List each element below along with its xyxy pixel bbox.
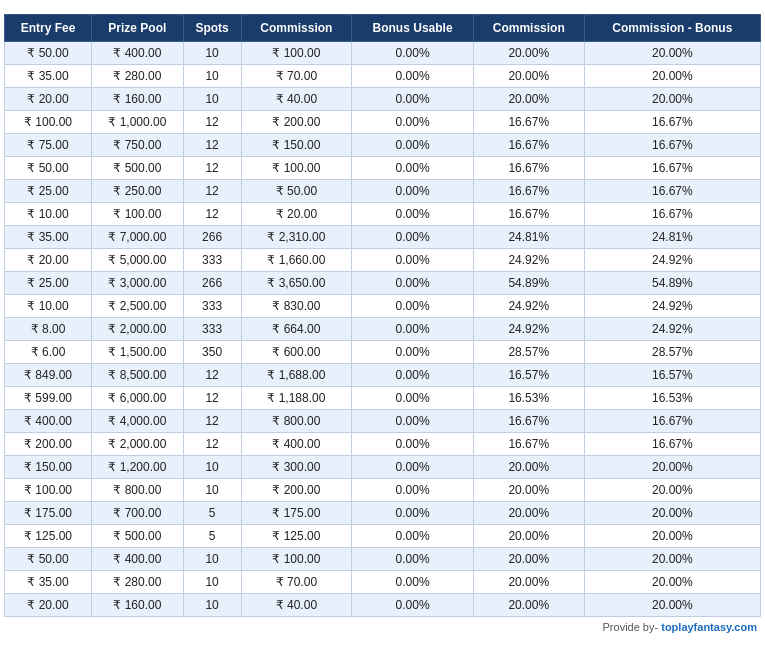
table-cell-13-3: ₹ 600.00 bbox=[241, 341, 352, 364]
table-cell-20-4: 0.00% bbox=[352, 502, 474, 525]
table-cell-10-0: ₹ 25.00 bbox=[5, 272, 92, 295]
table-cell-21-2: 5 bbox=[183, 525, 241, 548]
table-cell-1-2: 10 bbox=[183, 65, 241, 88]
table-cell-0-3: ₹ 100.00 bbox=[241, 42, 352, 65]
table-cell-15-1: ₹ 6,000.00 bbox=[92, 387, 184, 410]
table-cell-9-2: 333 bbox=[183, 249, 241, 272]
table-cell-13-1: ₹ 1,500.00 bbox=[92, 341, 184, 364]
table-cell-3-1: ₹ 1,000.00 bbox=[92, 111, 184, 134]
table-cell-8-3: ₹ 2,310.00 bbox=[241, 226, 352, 249]
table-row: ₹ 10.00₹ 2,500.00333₹ 830.000.00%24.92%2… bbox=[5, 295, 761, 318]
table-cell-17-0: ₹ 200.00 bbox=[5, 433, 92, 456]
table-cell-16-3: ₹ 800.00 bbox=[241, 410, 352, 433]
table-cell-20-2: 5 bbox=[183, 502, 241, 525]
table-cell-6-2: 12 bbox=[183, 180, 241, 203]
table-cell-14-0: ₹ 849.00 bbox=[5, 364, 92, 387]
table-cell-11-4: 0.00% bbox=[352, 295, 474, 318]
table-cell-7-3: ₹ 20.00 bbox=[241, 203, 352, 226]
table-cell-18-6: 20.00% bbox=[584, 456, 760, 479]
table-row: ₹ 849.00₹ 8,500.0012₹ 1,688.000.00%16.57… bbox=[5, 364, 761, 387]
table-cell-21-6: 20.00% bbox=[584, 525, 760, 548]
table-cell-4-4: 0.00% bbox=[352, 134, 474, 157]
table-cell-15-2: 12 bbox=[183, 387, 241, 410]
table-cell-14-3: ₹ 1,688.00 bbox=[241, 364, 352, 387]
table-cell-3-0: ₹ 100.00 bbox=[5, 111, 92, 134]
table-cell-9-5: 24.92% bbox=[473, 249, 584, 272]
table-cell-8-4: 0.00% bbox=[352, 226, 474, 249]
table-cell-0-4: 0.00% bbox=[352, 42, 474, 65]
table-cell-12-1: ₹ 2,000.00 bbox=[92, 318, 184, 341]
table-cell-24-3: ₹ 40.00 bbox=[241, 594, 352, 617]
table-cell-2-1: ₹ 160.00 bbox=[92, 88, 184, 111]
table-cell-14-5: 16.57% bbox=[473, 364, 584, 387]
column-header-6: Commission - Bonus bbox=[584, 15, 760, 42]
table-cell-20-6: 20.00% bbox=[584, 502, 760, 525]
table-cell-9-4: 0.00% bbox=[352, 249, 474, 272]
table-cell-24-4: 0.00% bbox=[352, 594, 474, 617]
table-cell-9-0: ₹ 20.00 bbox=[5, 249, 92, 272]
table-cell-13-0: ₹ 6.00 bbox=[5, 341, 92, 364]
table-cell-21-5: 20.00% bbox=[473, 525, 584, 548]
table-cell-4-0: ₹ 75.00 bbox=[5, 134, 92, 157]
table-cell-3-3: ₹ 200.00 bbox=[241, 111, 352, 134]
table-cell-8-0: ₹ 35.00 bbox=[5, 226, 92, 249]
table-cell-6-5: 16.67% bbox=[473, 180, 584, 203]
table-cell-18-2: 10 bbox=[183, 456, 241, 479]
table-cell-6-1: ₹ 250.00 bbox=[92, 180, 184, 203]
table-cell-22-0: ₹ 50.00 bbox=[5, 548, 92, 571]
table-cell-18-4: 0.00% bbox=[352, 456, 474, 479]
table-cell-7-0: ₹ 10.00 bbox=[5, 203, 92, 226]
table-cell-20-5: 20.00% bbox=[473, 502, 584, 525]
table-cell-4-2: 12 bbox=[183, 134, 241, 157]
table-cell-5-2: 12 bbox=[183, 157, 241, 180]
table-cell-23-4: 0.00% bbox=[352, 571, 474, 594]
table-cell-17-5: 16.67% bbox=[473, 433, 584, 456]
column-header-2: Spots bbox=[183, 15, 241, 42]
table-cell-20-1: ₹ 700.00 bbox=[92, 502, 184, 525]
table-cell-0-0: ₹ 50.00 bbox=[5, 42, 92, 65]
table-cell-6-4: 0.00% bbox=[352, 180, 474, 203]
table-cell-5-6: 16.67% bbox=[584, 157, 760, 180]
table-cell-4-1: ₹ 750.00 bbox=[92, 134, 184, 157]
table-cell-19-1: ₹ 800.00 bbox=[92, 479, 184, 502]
column-header-3: Commission bbox=[241, 15, 352, 42]
table-row: ₹ 25.00₹ 3,000.00266₹ 3,650.000.00%54.89… bbox=[5, 272, 761, 295]
table-cell-1-0: ₹ 35.00 bbox=[5, 65, 92, 88]
table-cell-16-6: 16.67% bbox=[584, 410, 760, 433]
table-cell-23-5: 20.00% bbox=[473, 571, 584, 594]
table-cell-13-4: 0.00% bbox=[352, 341, 474, 364]
table-cell-7-1: ₹ 100.00 bbox=[92, 203, 184, 226]
table-cell-24-6: 20.00% bbox=[584, 594, 760, 617]
table-cell-14-6: 16.57% bbox=[584, 364, 760, 387]
table-row: ₹ 20.00₹ 160.0010₹ 40.000.00%20.00%20.00… bbox=[5, 88, 761, 111]
table-cell-10-4: 0.00% bbox=[352, 272, 474, 295]
table-cell-17-2: 12 bbox=[183, 433, 241, 456]
table-cell-12-6: 24.92% bbox=[584, 318, 760, 341]
table-cell-8-6: 24.81% bbox=[584, 226, 760, 249]
table-cell-24-0: ₹ 20.00 bbox=[5, 594, 92, 617]
table-cell-8-1: ₹ 7,000.00 bbox=[92, 226, 184, 249]
table-cell-3-2: 12 bbox=[183, 111, 241, 134]
table-cell-13-2: 350 bbox=[183, 341, 241, 364]
table-row: ₹ 100.00₹ 800.0010₹ 200.000.00%20.00%20.… bbox=[5, 479, 761, 502]
table-cell-6-6: 16.67% bbox=[584, 180, 760, 203]
table-cell-6-3: ₹ 50.00 bbox=[241, 180, 352, 203]
table-cell-1-5: 20.00% bbox=[473, 65, 584, 88]
table-cell-0-5: 20.00% bbox=[473, 42, 584, 65]
table-cell-1-4: 0.00% bbox=[352, 65, 474, 88]
table-cell-10-3: ₹ 3,650.00 bbox=[241, 272, 352, 295]
table-cell-6-0: ₹ 25.00 bbox=[5, 180, 92, 203]
table-row: ₹ 8.00₹ 2,000.00333₹ 664.000.00%24.92%24… bbox=[5, 318, 761, 341]
table-cell-9-6: 24.92% bbox=[584, 249, 760, 272]
table-cell-21-0: ₹ 125.00 bbox=[5, 525, 92, 548]
table-cell-21-1: ₹ 500.00 bbox=[92, 525, 184, 548]
table-cell-15-3: ₹ 1,188.00 bbox=[241, 387, 352, 410]
table-cell-5-5: 16.67% bbox=[473, 157, 584, 180]
table-cell-23-1: ₹ 280.00 bbox=[92, 571, 184, 594]
table-cell-1-1: ₹ 280.00 bbox=[92, 65, 184, 88]
table-cell-13-6: 28.57% bbox=[584, 341, 760, 364]
table-header-row: Entry FeePrize PoolSpotsCommissionBonus … bbox=[5, 15, 761, 42]
column-header-5: Commission bbox=[473, 15, 584, 42]
table-cell-2-3: ₹ 40.00 bbox=[241, 88, 352, 111]
table-cell-9-1: ₹ 5,000.00 bbox=[92, 249, 184, 272]
